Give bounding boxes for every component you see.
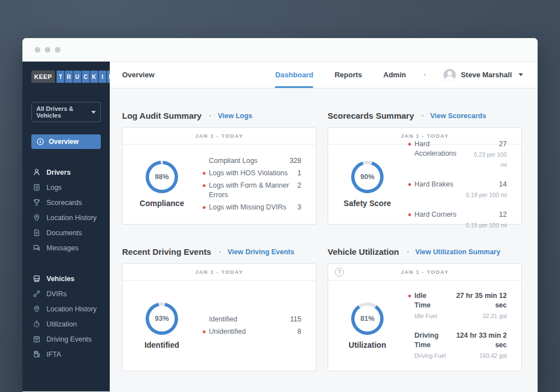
sidebar: KEEP TRUCKIN All Drivers & Vehicles Over… [22,62,110,391]
safety-score-donut-chart: 90% [351,161,384,193]
stat-row: Hard Brakes 140.18 per 100 mi [414,180,507,199]
stopwatch-icon [32,320,41,328]
donut-label: Compliance [139,199,184,208]
window-control-minimize-icon[interactable] [45,47,50,53]
page-title: Overview [122,62,155,88]
sidebar-item-label: Overview [49,138,78,146]
sidebar-item-ifta[interactable]: IFTA [31,347,101,362]
red-bullet-icon [408,183,411,186]
chevron-down-icon [91,111,96,114]
sidebar-item-overview[interactable]: Overview [31,134,101,149]
sidebar-item-location-history-drivers[interactable]: Location History [31,210,101,225]
sidebar-item-label: Utilization [46,320,77,328]
sidebar-item-logs[interactable]: Logs [31,180,101,195]
sidebar-item-label: Drivers [46,169,71,176]
stat-row: Logs with Missing DVIRs 3 [209,203,301,212]
red-bullet-icon [203,172,206,175]
trophy-icon [32,198,41,207]
view-utilization-summary-link[interactable]: View Utilization Summary [416,248,501,256]
logo-truckin-letters: TRUCKIN [56,71,115,83]
sidebar-item-documents[interactable]: Documents [31,225,101,240]
sidebar-item-label: Driving Events [46,335,92,343]
sidebar-item-messages[interactable]: Messages [31,240,101,255]
sidebar-item-label: Location History [46,305,97,313]
sidebar-item-scorecards[interactable]: Scorecards [31,195,101,210]
date-range-label: JAN 1 - TODAY [401,133,449,139]
main-area: Overview Dashboard Reports Admin Steve M… [110,62,538,391]
date-range-label: JAN 1 - TODAY [195,269,244,275]
stat-row: Identified 115 [209,315,301,324]
section-log-audit-summary: Log Audit Summary View Logs JAN 1 - TODA… [122,111,316,225]
stat-row: Idle TimeIdle Fuel 27 hr 35 min 12 sec32… [414,291,507,320]
tab-dashboard[interactable]: Dashboard [275,62,313,88]
scorecards-card: JAN 1 - TODAY 90% Safety Score [328,127,522,225]
user-name: Steve Marshall [461,71,512,79]
chevron-down-icon [519,73,523,76]
sidebar-group-vehicles: Vehicles DVIRs Location History Utilizat… [31,271,101,362]
window-controls [35,47,60,53]
section-title: Recent Driving Events [122,247,211,256]
sidebar-item-vehicles[interactable]: Vehicles [31,271,101,286]
help-icon[interactable]: ? [335,268,344,277]
fuel-pump-icon [32,350,41,358]
window-control-close-icon[interactable] [35,47,40,53]
donut-label: Utilization [349,340,386,349]
log-audit-card: JAN 1 - TODAY 98% Compliance [122,127,316,225]
logo-letter-box: C [82,71,90,83]
view-driving-events-link[interactable]: View Driving Events [227,248,294,256]
sidebar-item-label: Scorecards [46,199,82,207]
location-pin-icon [32,213,41,222]
user-menu[interactable]: Steve Marshall [444,62,523,88]
red-bullet-icon [203,184,206,187]
primary-tabs: Dashboard Reports Admin [275,62,405,88]
logo-letter-box: U [73,71,81,83]
donut-label: Identified [144,340,179,349]
tab-reports[interactable]: Reports [334,62,362,88]
calendar-icon [32,335,41,343]
logo-letter-box: R [65,71,73,83]
sidebar-item-label: Documents [46,229,82,237]
app-window: KEEP TRUCKIN All Drivers & Vehicles Over… [22,38,538,392]
donut-percent: 90% [354,164,380,190]
donut-percent: 98% [149,164,175,190]
truck-icon [32,274,41,283]
stat-row: Hard Accelerations 270.23 per 100 mi [414,139,507,169]
section-title: Scorecards Summary [328,111,414,120]
identified-donut-chart: 93% [146,302,178,335]
drivers-vehicles-filter-dropdown[interactable]: All Drivers & Vehicles [31,102,101,122]
donut-percent: 93% [149,306,175,332]
chat-icon [32,244,41,252]
sidebar-item-label: Messages [46,244,78,252]
dot-separator [209,115,211,116]
topbar: Overview Dashboard Reports Admin Steve M… [110,62,538,88]
stat-row: Unidentified 8 [209,327,301,337]
donut-percent: 81% [354,306,380,332]
date-range-label: JAN 1 - TODAY [401,269,449,275]
sidebar-item-driving-events[interactable]: Driving Events [31,332,101,347]
red-bullet-icon [203,330,206,333]
utilization-donut-chart: 81% [351,302,384,335]
window-control-zoom-icon[interactable] [55,47,60,53]
sidebar-item-label: Location History [46,214,97,222]
sidebar-item-dvirs[interactable]: DVIRs [31,286,101,301]
section-vehicle-utilization: Vehicle Utilization View Utilization Sum… [328,247,522,371]
view-scorecards-link[interactable]: View Scorecards [430,112,486,120]
dot-separator [407,251,409,253]
logo-letter-box: T [57,71,64,83]
view-logs-link[interactable]: View Logs [218,112,253,120]
sidebar-item-location-history-vehicles[interactable]: Location History [31,301,101,316]
tab-admin[interactable]: Admin [384,62,406,88]
sidebar-item-drivers[interactable]: Drivers [31,165,101,180]
sidebar-item-utilization[interactable]: Utilization [31,316,101,332]
section-recent-driving-events: Recent Driving Events View Driving Event… [122,247,316,371]
donut-label: Safety Score [344,199,391,208]
stat-row: Logs with Form & Manner Errors 2 [209,181,301,200]
stat-row: Driving TimeDriving Fuel 124 hr 33 min 2… [414,331,507,360]
stat-row: Compliant Logs 328 [209,156,301,166]
overview-gauge-icon [36,138,44,146]
filter-label: All Drivers & Vehicles [36,105,91,119]
compliance-donut-chart: 98% [146,161,178,193]
sidebar-item-label: Vehicles [46,275,74,283]
logo-keep-box: KEEP [31,71,55,83]
logo-letter-box: K [90,71,98,83]
